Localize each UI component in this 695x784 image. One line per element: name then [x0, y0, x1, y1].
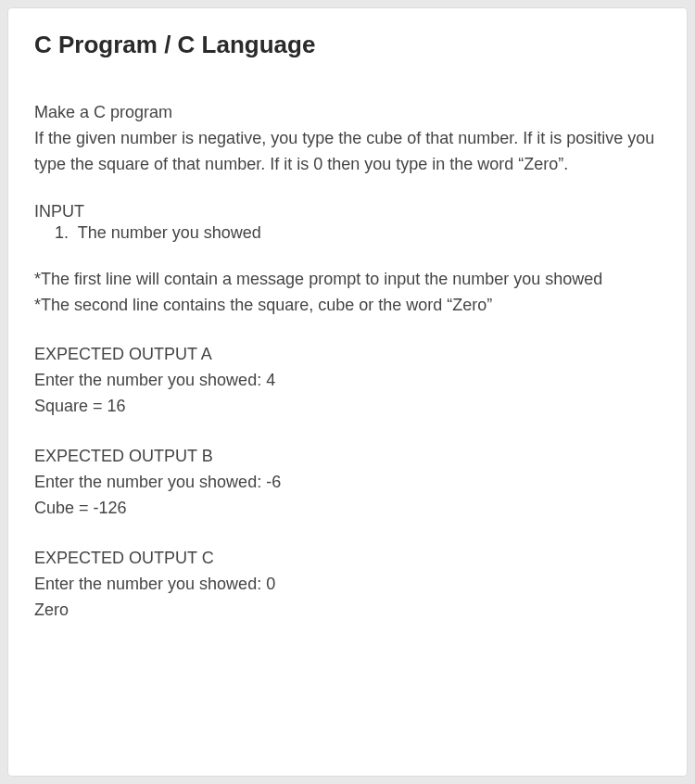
output-block-a: EXPECTED OUTPUT A Enter the number you s… [34, 342, 661, 420]
output-a-line-1: Enter the number you showed: 4 [34, 368, 661, 394]
page-title: C Program / C Language [34, 31, 661, 59]
intro-line-1: Make a C program [34, 100, 661, 126]
document-card: C Program / C Language Make a C program … [7, 7, 688, 777]
output-block-b: EXPECTED OUTPUT B Enter the number you s… [34, 444, 661, 522]
input-section: INPUT 1. The number you showed [34, 202, 661, 243]
output-block-c: EXPECTED OUTPUT C Enter the number you s… [34, 546, 661, 624]
note-2: *The second line contains the square, cu… [34, 293, 661, 319]
output-header-a: EXPECTED OUTPUT A [34, 342, 661, 368]
input-item-1: 1. The number you showed [34, 223, 661, 243]
output-header-c: EXPECTED OUTPUT C [34, 546, 661, 572]
intro-line-2: If the given number is negative, you typ… [34, 126, 661, 178]
input-label: INPUT [34, 202, 661, 221]
output-b-line-1: Enter the number you showed: -6 [34, 470, 661, 496]
output-c-line-2: Zero [34, 598, 661, 624]
notes-section: *The first line will contain a message p… [34, 267, 661, 319]
output-c-line-1: Enter the number you showed: 0 [34, 572, 661, 598]
note-1: *The first line will contain a message p… [34, 267, 661, 293]
output-a-line-2: Square = 16 [34, 394, 661, 420]
intro-section: Make a C program If the given number is … [34, 100, 661, 178]
output-header-b: EXPECTED OUTPUT B [34, 444, 661, 470]
output-b-line-2: Cube = -126 [34, 496, 661, 522]
